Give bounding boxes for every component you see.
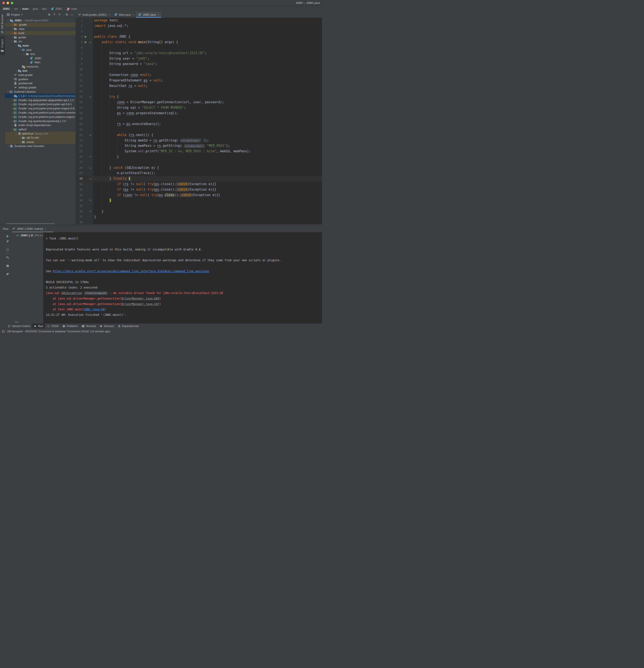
line-number[interactable]: 37 (76, 214, 83, 220)
hide-panel-icon[interactable]: — (70, 13, 74, 16)
code-line[interactable] (93, 116, 322, 121)
code-line[interactable]: } catch (SQLException e) { (93, 165, 322, 171)
chevron-collapsed-icon[interactable]: › (11, 27, 14, 30)
tree-item[interactable]: ›Gradle: org.junit.jupiter:junit-jupiter… (5, 106, 76, 111)
chevron-collapsed-icon[interactable]: › (11, 23, 14, 26)
maximize-window-button[interactable] (11, 2, 13, 4)
code-line[interactable] (93, 203, 322, 209)
tree-item[interactable]: ›.gradle (5, 22, 76, 27)
line-number[interactable]: 6 (76, 45, 83, 50)
line-number[interactable]: 34 (76, 198, 83, 203)
code-line[interactable]: e.printStackTrace(); (93, 170, 322, 176)
line-number[interactable]: 7 (76, 50, 83, 56)
chevron-collapsed-icon[interactable]: › (11, 36, 14, 39)
chevron-collapsed-icon[interactable]: › (11, 111, 14, 114)
code-line[interactable]: Connection conn =null; (93, 72, 322, 78)
chevron-expanded-icon[interactable]: › (6, 90, 10, 93)
code-line[interactable]: public static void main(String[] args) { (93, 40, 322, 45)
chevron-collapsed-icon[interactable]: › (15, 69, 18, 72)
code-area[interactable]: package test;import java.sql.*;public cl… (93, 18, 322, 224)
breadcrumb-item[interactable]: java (33, 7, 38, 10)
tree-item[interactable]: CMain (5, 60, 76, 64)
line-number[interactable]: 21 (76, 127, 83, 133)
tree-item[interactable]: ›java (5, 48, 76, 52)
tree-item[interactable]: ›oracle (5, 140, 76, 144)
line-number[interactable]: 20 (76, 121, 83, 127)
code-line[interactable]: conn = DriverManager.getConnection(url, … (93, 100, 322, 105)
fold-marker-icon[interactable] (89, 211, 91, 213)
code-line[interactable]: rs = ps.executeQuery(); (93, 121, 322, 127)
chevron-collapsed-icon[interactable]: › (11, 31, 14, 35)
line-number[interactable]: 30 (76, 176, 83, 182)
rerun-icon[interactable] (6, 235, 9, 238)
line-number[interactable]: 5 (76, 40, 83, 45)
fold-marker-icon[interactable] (89, 41, 91, 43)
line-number[interactable]: 8 (76, 56, 83, 62)
chevron-collapsed-icon[interactable]: › (11, 123, 14, 127)
tree-item[interactable]: ›build (5, 31, 76, 35)
chevron-collapsed-icon[interactable]: › (11, 115, 14, 119)
code-line[interactable]: System.out.printf("MEM_ID : %s, MEM_PASS… (93, 149, 322, 154)
code-line[interactable]: public class JDBC { (93, 34, 322, 40)
code-line[interactable]: } finally { (93, 176, 322, 182)
run-tab[interactable]: JDBC [:JDBC.main()] × (12, 225, 46, 232)
tree-item[interactable]: ›.idea (5, 27, 76, 31)
chevron-collapsed-icon[interactable]: › (6, 145, 10, 148)
tree-item[interactable]: ›Gradle: org.apiguardian:apiguardian-api… (5, 98, 76, 102)
tool-strip-item-project[interactable]: Project (0, 36, 5, 55)
tree-item[interactable]: ›JDBC~/IdeaProjects/JDBC (5, 18, 76, 22)
editor-tab-build-gradle-jdbc-[interactable]: build.gradle (JDBC)× (76, 12, 112, 18)
fold-marker-icon[interactable] (89, 177, 91, 179)
chevron-down-icon[interactable]: ▼ (21, 14, 23, 16)
line-number[interactable]: 24 (76, 143, 83, 149)
tree-item[interactable]: settings.gradle (5, 86, 76, 90)
code-line[interactable]: String memPass = rs.getString( columnLab… (93, 143, 322, 149)
chevron-expanded-icon[interactable]: › (15, 44, 18, 47)
tree-item[interactable]: ›META-INF (5, 136, 76, 140)
line-number[interactable]: 18 (76, 111, 83, 116)
code-line[interactable]: } (93, 209, 322, 214)
code-line[interactable]: } (93, 154, 322, 160)
chevron-expanded-icon[interactable]: › (6, 19, 10, 22)
tree-item[interactable]: build.gradle (5, 73, 76, 77)
code-line[interactable]: package test; (93, 18, 322, 23)
tree-item[interactable]: ›ojdbc8 (5, 127, 76, 132)
fold-marker-icon[interactable] (89, 166, 91, 169)
run-line-icon[interactable] (85, 41, 87, 44)
code-line[interactable]: if (ps != null) try{ps.close();}catch(Ex… (93, 187, 322, 193)
code-line[interactable] (93, 67, 322, 72)
code-line[interactable]: } (93, 214, 322, 220)
tree-item[interactable]: ›test (5, 52, 76, 56)
chevron-collapsed-icon[interactable]: › (19, 140, 22, 143)
line-number[interactable]: 17 (76, 105, 83, 111)
run-console[interactable]: > Task :JDBC.main()Deprecated Gradle fea… (43, 232, 322, 323)
create-breakpoint-button[interactable]: Create breakpoint (84, 291, 108, 295)
chevron-collapsed-icon[interactable]: › (11, 103, 14, 106)
toolwindow-button-run[interactable]: Run (32, 324, 45, 329)
code-line[interactable]: if (rs != null) try{ps.close();}catch(Ex… (93, 182, 322, 187)
tree-item[interactable]: CJDBC (5, 56, 76, 60)
code-line[interactable]: String password = "java"; (93, 61, 322, 67)
line-number[interactable]: 26 (76, 154, 83, 160)
line-number[interactable]: 9 (76, 61, 83, 67)
tree-item[interactable]: ›gradle (5, 35, 76, 39)
close-icon[interactable]: × (108, 13, 110, 16)
line-number[interactable]: 29 (76, 170, 83, 176)
tree-item[interactable]: ›src (5, 39, 76, 44)
code-line[interactable] (93, 45, 322, 50)
run-line-icon[interactable] (85, 35, 87, 38)
line-number[interactable]: 3 (76, 29, 83, 34)
code-line[interactable] (93, 127, 322, 133)
code-line[interactable]: String memId = rs.getString( columnIndex… (93, 138, 322, 143)
line-number[interactable]: 23 (76, 138, 83, 143)
breadcrumb-item[interactable]: main (71, 7, 77, 10)
tree-item[interactable]: gradlew.bat (5, 81, 76, 86)
code-line[interactable]: ps = conn.prepareStatement(sql); (93, 111, 322, 116)
line-number[interactable]: 1 (76, 18, 83, 23)
tree-item[interactable]: ›test (5, 69, 76, 73)
chevron-expanded-icon[interactable]: › (15, 132, 18, 135)
pin-icon[interactable] (6, 272, 9, 276)
run-tree-hscrollbar[interactable] (15, 321, 19, 322)
code-line[interactable] (93, 219, 322, 224)
code-line[interactable]: ResultSet rs = null; (93, 84, 322, 89)
